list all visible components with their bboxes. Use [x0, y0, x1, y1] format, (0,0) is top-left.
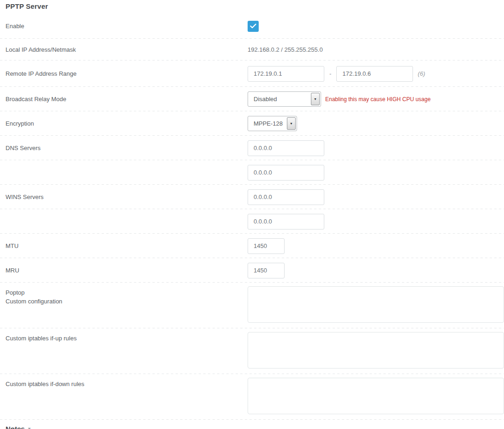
page-title: PPTP Server	[0, 0, 504, 13]
enable-label: Enable	[0, 22, 248, 30]
broadcast-relay-select[interactable]: Disabled ▼	[248, 91, 321, 107]
poptop-label-line1: Poptop	[6, 288, 248, 297]
form-row-wins-1: WINS Servers	[0, 185, 504, 209]
form-row-iptables-up: Custom iptables if-up rules	[0, 328, 504, 374]
iptables-down-textarea[interactable]	[248, 378, 504, 414]
dropdown-button[interactable]: ▼	[287, 117, 296, 130]
form-row-dns-1: DNS Servers	[0, 136, 504, 160]
mru-control	[248, 263, 504, 278]
form-row-poptop-config: Poptop Custom configuration	[0, 283, 504, 328]
form-row-encryption: Encryption MPPE-128 ▼	[0, 111, 504, 136]
wins-server-2-input[interactable]	[248, 214, 324, 230]
wins-server-1-input[interactable]	[248, 189, 324, 205]
broadcast-relay-control: Disabled ▼ Enabling this may cause HIGH …	[248, 91, 504, 107]
local-ip-value: 192.168.0.2 / 255.255.255.0	[248, 46, 323, 53]
form-row-dns-2	[0, 160, 504, 185]
dns-control-1	[248, 140, 504, 156]
form-row-iptables-down: Custom iptables if-down rules	[0, 374, 504, 420]
encryption-select[interactable]: MPPE-128 ▼	[248, 116, 297, 131]
enable-checkbox[interactable]	[248, 21, 259, 32]
remote-range-control: - (6)	[248, 66, 504, 82]
encryption-selected-value: MPPE-128	[248, 120, 283, 127]
form-row-remote-range: Remote IP Address Range - (6)	[0, 60, 504, 87]
range-count-hint: (6)	[418, 70, 425, 77]
checkmark-icon	[250, 22, 256, 30]
mtu-input[interactable]	[248, 238, 285, 254]
broadcast-relay-label: Broadcast Relay Mode	[0, 95, 248, 103]
notes-section-header[interactable]: Notes ▾	[0, 420, 504, 429]
form-row-broadcast-relay: Broadcast Relay Mode Disabled ▼ Enabling…	[0, 87, 504, 111]
dns-server-2-input[interactable]	[248, 165, 324, 181]
iptables-up-textarea[interactable]	[248, 332, 504, 369]
form-row-enable: Enable	[0, 13, 504, 39]
iptables-down-label: Custom iptables if-down rules	[0, 374, 248, 388]
pptp-server-page: PPTP Server Enable Local IP Address/Netm…	[0, 0, 504, 429]
poptop-label-line2: Custom configuration	[6, 297, 248, 306]
wins-control-1	[248, 189, 504, 205]
remote-range-end-input[interactable]	[336, 66, 413, 82]
poptop-config-textarea[interactable]	[248, 286, 504, 323]
iptables-up-label: Custom iptables if-up rules	[0, 328, 248, 343]
encryption-label: Encryption	[0, 119, 248, 128]
broadcast-relay-selected-value: Disabled	[248, 96, 277, 103]
iptables-down-control	[248, 374, 504, 414]
wins-label: WINS Servers	[0, 193, 248, 201]
dropdown-arrow-icon: ▼	[314, 97, 317, 101]
remote-range-start-input[interactable]	[248, 66, 324, 82]
mtu-label: MTU	[0, 242, 248, 250]
form-row-mtu: MTU	[0, 234, 504, 258]
mru-label: MRU	[0, 266, 248, 275]
remote-range-label: Remote IP Address Range	[0, 69, 248, 78]
dns-label: DNS Servers	[0, 144, 248, 152]
dropdown-arrow-icon: ▼	[290, 122, 293, 125]
dns-server-1-input[interactable]	[248, 140, 324, 156]
cpu-usage-warning: Enabling this may cause HIGH CPU usage	[325, 96, 431, 103]
enable-control	[248, 21, 504, 32]
poptop-config-control	[248, 283, 504, 323]
encryption-control: MPPE-128 ▼	[248, 116, 504, 131]
poptop-config-label: Poptop Custom configuration	[0, 283, 248, 306]
local-ip-label: Local IP Address/Netmask	[0, 45, 248, 54]
mtu-control	[248, 238, 504, 254]
dropdown-button[interactable]: ▼	[311, 93, 320, 105]
mru-input[interactable]	[248, 263, 285, 278]
notes-chevron-icon: ▾	[28, 426, 31, 429]
wins-control-2	[248, 214, 504, 230]
notes-title: Notes	[6, 425, 25, 429]
form-row-local-ip: Local IP Address/Netmask 192.168.0.2 / 2…	[0, 39, 504, 60]
form-row-wins-2	[0, 209, 504, 234]
form-row-mru: MRU	[0, 258, 504, 283]
iptables-up-control	[248, 328, 504, 369]
range-separator: -	[329, 70, 331, 77]
dns-control-2	[248, 165, 504, 181]
local-ip-control: 192.168.0.2 / 255.255.255.0	[248, 46, 504, 53]
